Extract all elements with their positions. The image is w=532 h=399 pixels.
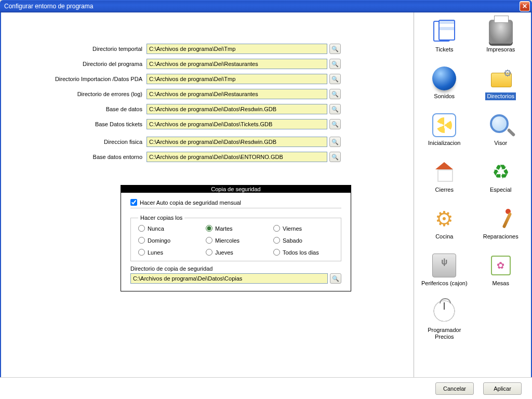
radio-viernes[interactable]: Viernes [273,225,336,232]
sidebar-item-cierres[interactable]: Cierres [416,158,473,205]
sphere-icon [432,66,456,90]
search-icon: 🔍 [331,46,339,52]
sidebar-label: Impresoras [485,46,516,54]
drive-icon [432,254,456,277]
radio-jueves[interactable]: Jueves [206,249,268,256]
backup-panel: Copia de seguridad Hacer Auto copia de s… [121,185,351,291]
days-fieldset: Hacer copias los Nunca Martes Viernes Do… [130,215,341,261]
screwdriver-icon [489,207,513,231]
titlebar: Configurar entorno de programa ✕ [0,0,532,12]
row-fisica: Direccion fisica 🔍 [27,137,388,147]
gear-icon: ⚙ [432,207,456,231]
sidebar-item-perifericos[interactable]: Perifericos (cajon) [416,251,473,298]
footer: Cancelar Aplicar [0,377,532,399]
apply-button[interactable]: Aplicar [483,382,522,395]
search-icon: 🔍 [332,275,339,282]
radio-todos[interactable]: Todos los dias [273,249,336,256]
sidebar-label: Reparaciones [482,233,520,241]
recycle-icon: ♻ [489,160,513,184]
radio-lunes[interactable]: Lunes [138,249,201,256]
days-legend: Hacer copias los [138,215,184,221]
sidebar-item-directorios[interactable]: Directorios [473,64,529,111]
mesas-icon [489,254,513,277]
input-programa[interactable] [147,59,327,69]
radio-domingo[interactable]: Domingo [138,237,201,244]
sidebar-item-programador[interactable]: Programador Precios [416,298,473,345]
row-entorno: Base datos entorno 🔍 [27,152,388,162]
search-icon: 🔍 [331,139,339,145]
label-pda: Directorio Importacion /Datos PDA [27,76,147,82]
browse-basedatos-button[interactable]: 🔍 [329,104,341,114]
sidebar-item-visor[interactable]: Visor [473,111,529,158]
row-temportal: Directorio temportal 🔍 [27,44,388,54]
backup-title: Copia de seguridad [121,185,351,193]
sidebar-item-tickets[interactable]: Tickets [416,18,473,64]
sidebar-item-reparaciones[interactable]: Reparaciones [473,205,529,251]
sidebar-label: Mesas [491,280,511,287]
radio-nunca[interactable]: Nunca [138,225,201,232]
sidebar-label: Visor [493,139,509,147]
close-button[interactable]: ✕ [520,1,530,11]
magnifier-icon [489,113,513,137]
input-basedatos[interactable] [147,104,327,114]
search-icon: 🔍 [331,121,339,128]
backup-dir-input[interactable] [130,273,328,284]
browse-errores-button[interactable]: 🔍 [329,89,341,99]
sidebar-label: Especial [488,186,513,194]
sidebar-item-inicializacion[interactable]: Inicializacion [416,111,473,158]
input-pda[interactable] [147,74,327,84]
row-programa: Directorio del programa 🔍 [27,59,388,69]
radio-miercoles[interactable]: Miercoles [206,237,268,244]
auto-backup-checkbox[interactable] [130,199,137,206]
tickets-icon [432,20,456,44]
cancel-button[interactable]: Cancelar [435,382,474,395]
input-errores[interactable] [147,89,327,99]
sidebar-item-cocina[interactable]: ⚙ Cocina [416,205,473,251]
sidebar-label: Perifericos (cajon) [420,280,469,287]
sidebar-label: Inicializacion [427,139,462,147]
backup-dir-label: Directorio de copia de seguridad [130,265,341,272]
sidebar-item-impresoras[interactable]: Impresoras [473,18,529,64]
input-temportal[interactable] [147,44,327,54]
input-entorno[interactable] [147,152,327,162]
label-errores: Directorio de errores (log) [27,91,147,97]
label-temportal: Directorio temportal [27,46,147,52]
sidebar-label: Programador Precios [426,326,462,340]
window-body: Directorio temportal 🔍 Directorio del pr… [0,12,532,399]
radio-martes[interactable]: Martes [206,225,268,232]
sidebar-label: Sonidos [432,92,456,100]
sidebar-item-sonidos[interactable]: Sonidos [416,64,473,111]
label-tickets: Base Datos tickets [27,121,147,127]
browse-programa-button[interactable]: 🔍 [329,59,341,69]
radiation-icon [432,113,456,137]
browse-backup-dir-button[interactable]: 🔍 [330,273,341,284]
label-fisica: Direccion fisica [27,139,147,145]
row-basedatos: Base de datos 🔍 [27,104,388,114]
radio-sabado[interactable]: Sabado [273,237,336,244]
browse-pda-button[interactable]: 🔍 [329,74,341,84]
input-fisica[interactable] [147,137,327,147]
row-pda: Directorio Importacion /Datos PDA 🔍 [27,74,388,84]
close-icon: ✕ [522,3,527,10]
browse-fisica-button[interactable]: 🔍 [329,137,341,147]
sidebar-item-especial[interactable]: ♻ Especial [473,158,529,205]
browse-temportal-button[interactable]: 🔍 [329,44,341,54]
label-programa: Directorio del programa [27,61,147,67]
folder-gear-icon [489,66,513,90]
search-icon: 🔍 [331,91,339,98]
house-icon [432,160,456,184]
sidebar-item-mesas[interactable]: Mesas [473,251,529,298]
search-icon: 🔍 [331,154,339,161]
label-basedatos: Base de datos [27,106,147,112]
browse-entorno-button[interactable]: 🔍 [329,152,341,162]
auto-backup-checkbox-row[interactable]: Hacer Auto copia de seguridad mensual [130,197,341,208]
input-tickets[interactable] [147,119,327,129]
browse-tickets-button[interactable]: 🔍 [329,119,341,129]
auto-backup-label: Hacer Auto copia de seguridad mensual [140,200,241,206]
window-title: Configurar entorno de programa [2,3,520,10]
printer-icon [489,20,513,44]
main-panel: Directorio temportal 🔍 Directorio del pr… [1,12,414,398]
sidebar-label: Directorios [485,92,516,100]
row-errores: Directorio de errores (log) 🔍 [27,89,388,99]
sidebar-label: Cierres [434,186,455,194]
